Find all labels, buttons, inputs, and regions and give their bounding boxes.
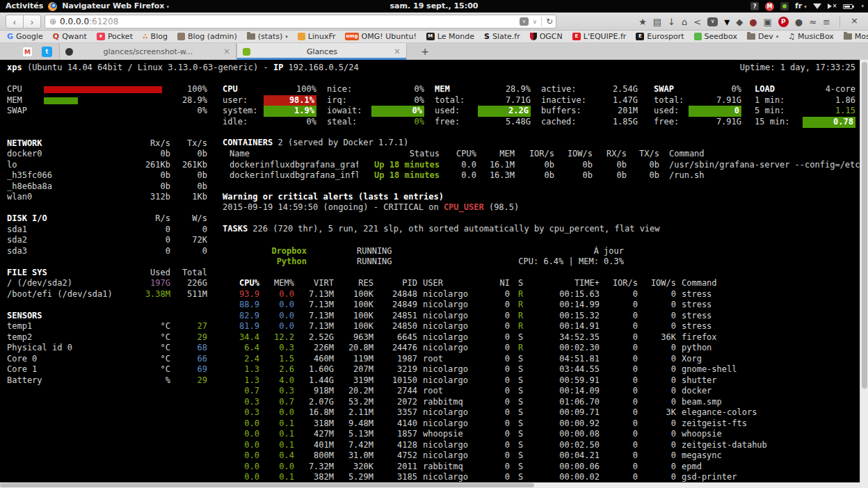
gmail-indicator-icon[interactable]: M <box>765 2 774 11</box>
share-icon[interactable]: < <box>693 17 701 26</box>
navigation-toolbar: ‹ › ⊕ 0.0.0.0:61208 ∨ ∨ ↻ ★▤↓⌂<∨▾◆●▣P●≈≡… <box>0 13 868 31</box>
pinterest-icon[interactable]: P <box>778 17 789 27</box>
horizontal-scrollbar-thumb[interactable] <box>0 483 534 487</box>
process-cell: S <box>518 418 529 430</box>
url-text[interactable]: 0.0.0.0 <box>60 17 89 26</box>
url-dropdown-icon[interactable]: ∨ <box>533 19 537 25</box>
process-cell: 0 <box>641 343 676 354</box>
menu-icon[interactable]: ≡ <box>823 17 830 26</box>
bookmark-musicbox[interactable]: ♫MusicBox <box>788 31 834 43</box>
bookmark-ogcn[interactable]: OGCN <box>530 31 563 43</box>
battery-icon[interactable] <box>843 4 853 9</box>
download-icon[interactable]: ↓ <box>668 17 675 26</box>
process-cell: 34:52.35 <box>548 332 600 343</box>
horizontal-scrollbar[interactable] <box>0 482 868 488</box>
process-cell: 24476 <box>377 343 417 354</box>
session-manager-icon[interactable]: ◆ <box>736 17 743 26</box>
process-cell: 0.0 <box>263 462 294 473</box>
process-cell: 7.13M <box>296 289 334 300</box>
app-indicator-icon[interactable] <box>780 2 789 10</box>
bookmark-favicon: ∨ <box>97 33 105 40</box>
tab-close-icon[interactable]: × <box>394 47 401 56</box>
wifi-icon[interactable] <box>813 3 821 9</box>
item-value: 0 <box>124 225 170 236</box>
process-cell: 24849 <box>377 300 417 311</box>
screen: Activités Navigateur Web Firefox▾ sam. 1… <box>0 0 868 488</box>
tab-glances[interactable]: Glances× <box>236 43 407 60</box>
vertical-scrollbar-thumb[interactable] <box>862 62 867 389</box>
reading-list-icon[interactable]: ▤ <box>653 17 661 26</box>
tab-close-icon[interactable]: × <box>223 47 230 56</box>
process-cell: gnome-shell <box>682 364 860 375</box>
help-indicator-icon[interactable]: ? <box>750 2 759 10</box>
pinned-tab-gmail[interactable]: M <box>22 47 33 57</box>
process-cell: 2072 <box>377 397 417 408</box>
close-icon[interactable]: × <box>851 15 858 26</box>
keyboard-layout-indicator[interactable]: fr▾ <box>795 0 807 13</box>
pinned-tab-twitter[interactable]: t <box>42 47 52 57</box>
vertical-scrollbar[interactable] <box>860 60 868 482</box>
column-header: IOW/s <box>641 278 676 289</box>
container-cell: 0.0 <box>445 160 476 171</box>
process-cell: 0 <box>483 407 510 418</box>
process-cell: 0.4 <box>263 450 294 462</box>
messenger-icon[interactable]: ● <box>795 17 803 26</box>
bookmark-stats[interactable]: (stats)▾ <box>247 31 288 43</box>
process-cell: 0.3 <box>228 397 259 408</box>
extension-icon[interactable]: ▣ <box>764 17 772 26</box>
column-header: Total <box>172 268 207 279</box>
column-header: IOR/s <box>604 278 638 289</box>
url-port-text: :61208 <box>89 17 118 26</box>
clock[interactable]: sam. 19 sept., 15:00 <box>390 0 479 13</box>
new-tab-button[interactable]: + <box>417 45 433 58</box>
volume-muted-icon[interactable]: × <box>828 0 837 13</box>
keyboard-layout-label: fr <box>795 1 802 10</box>
bookmark-le-monde[interactable]: MLe Monde <box>426 31 474 43</box>
process-cell: 12.2 <box>263 332 294 343</box>
bookmark-l-equipe-fr[interactable]: EL'EQUIPE.fr <box>572 31 627 43</box>
bookmark-eurosport[interactable]: EEurosport <box>636 31 684 43</box>
site-identity-icon[interactable]: ⊕ <box>49 17 56 26</box>
stack-icon[interactable]: ≈ <box>809 17 817 26</box>
adblock-icon[interactable]: ● <box>749 17 757 26</box>
process-cell: 2011 <box>377 462 417 473</box>
process-row: 1.34.01.44G319M10150nicolargo0S00:59.910… <box>0 375 860 387</box>
reload-icon[interactable]: ↻ <box>546 17 553 26</box>
process-cell: 0.0 <box>228 450 259 462</box>
bookmark-star-icon[interactable]: ★ <box>638 17 647 26</box>
url-bar[interactable]: ⊕ 0.0.0.0:61208 ∨ ∨ ↻ <box>45 15 556 29</box>
bookmark-linuxfr[interactable]: LinuxFr <box>298 31 336 43</box>
process-cell: 2.11M <box>336 407 373 418</box>
bookmark-slate-fr[interactable]: SSlate.fr <box>484 31 520 43</box>
bookmark-qwant[interactable]: QQwant <box>53 31 87 43</box>
app-menu-button[interactable]: Navigateur Web Firefox▾ <box>62 0 169 13</box>
bookmark-label: Qwant <box>62 32 87 41</box>
bookmark-google[interactable]: GGoogle <box>7 31 43 43</box>
process-cell: 24848 <box>377 289 417 300</box>
process-cell: R <box>518 343 529 354</box>
pocket-url-icon[interactable]: ∨ <box>520 17 529 26</box>
tab-glances-screenshot-w[interactable]: glances/screenshot-w...× <box>59 43 236 60</box>
column-header: Command <box>682 278 860 289</box>
bookmark-most-visited[interactable]: Most Visited▾ <box>844 31 868 43</box>
bookmark-seedbox[interactable]: Seedbox <box>694 31 737 43</box>
bookmark-omg-ubuntu[interactable]: omgOMG! Ubuntu! <box>345 31 416 43</box>
back-button[interactable]: ‹ <box>6 15 24 29</box>
forward-button[interactable]: › <box>23 15 41 29</box>
amp-name: Dropbox <box>223 246 307 257</box>
process-row: 81.90.07.13M100K24850nicolargo0R00:14.91… <box>0 321 860 332</box>
app-title: Navigateur Web Firefox <box>62 1 164 10</box>
process-cell: 9.48M <box>336 418 373 430</box>
bookmark-dev[interactable]: Dev▾ <box>747 31 778 43</box>
pocket-icon[interactable]: ∨ <box>707 17 718 26</box>
bookmark-label: (stats) <box>258 32 282 41</box>
process-row: 0.70.3918M20.2M2744root0S00:14.0900docke… <box>0 386 860 397</box>
activities-button[interactable]: Activités <box>6 0 43 13</box>
bookmark-blog-admin[interactable]: Blog (admin) <box>177 31 237 43</box>
bookmark-blog[interactable]: ∴Blog <box>143 31 168 43</box>
column-header: Status <box>362 149 440 160</box>
stat-value: 0.78 <box>803 117 855 128</box>
bookmark-pocket[interactable]: ∨Pocket <box>97 31 133 43</box>
system-menu-caret[interactable]: ▾ <box>861 0 864 13</box>
home-icon[interactable]: ⌂ <box>682 17 687 26</box>
